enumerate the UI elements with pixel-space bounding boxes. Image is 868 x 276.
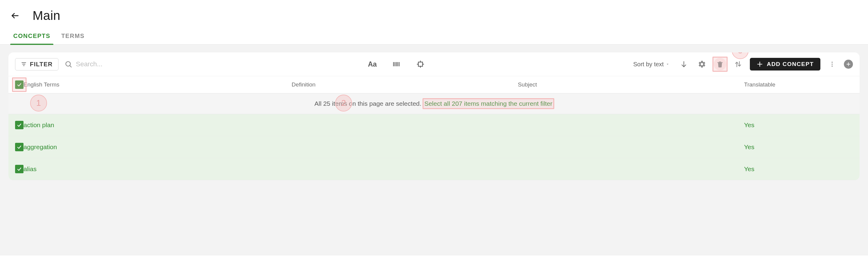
row-translatable: Yes [744,144,860,151]
quick-add-button[interactable] [844,60,853,69]
back-button[interactable] [8,9,22,22]
settings-button[interactable] [695,58,708,70]
more-button[interactable] [826,58,838,70]
svg-point-24 [832,66,833,67]
reorder-button[interactable] [732,58,744,70]
search-icon [64,58,72,70]
expand-icon[interactable] [414,58,427,70]
annotation-step-1: 1 [30,95,47,112]
sort-direction-icon[interactable] [678,58,690,70]
row-checkbox[interactable] [15,143,24,151]
filter-icon [21,61,27,67]
tab-concepts[interactable]: CONCEPTS [13,30,50,44]
search-input[interactable] [75,60,142,68]
barcode-icon[interactable] [390,58,403,70]
row-term[interactable]: action plan [24,121,292,129]
svg-line-5 [70,66,71,67]
filter-button[interactable]: FILTER [15,58,59,70]
add-concept-label: ADD CONCEPT [767,61,814,67]
row-term[interactable]: alias [24,165,292,173]
plus-icon [846,61,851,67]
gear-icon [698,60,706,68]
svg-point-23 [832,64,833,65]
filter-label: FILTER [30,61,53,68]
sort-dropdown[interactable]: Sort by text [633,61,670,68]
add-concept-button[interactable]: ADD CONCEPT [750,58,820,70]
column-subject[interactable]: Subject [518,81,744,88]
row-translatable: Yes [744,165,860,173]
select-all-filter-link[interactable]: Select all 207 items matching the curren… [423,100,554,107]
swap-vertical-icon [734,60,742,68]
row-translatable: Yes [744,121,860,129]
tabs-bar: CONCEPTS TERMS [0,25,868,44]
select-all-checkbox[interactable] [15,81,24,89]
delete-button[interactable] [714,58,726,70]
svg-rect-17 [717,62,722,63]
page-title: Main [33,8,60,23]
svg-rect-11 [418,62,423,66]
trash-icon [716,60,724,68]
selection-page-text: All 25 items on this page are selected. [314,100,421,107]
table-row[interactable]: alias Yes [8,158,860,180]
svg-point-22 [832,62,833,63]
tab-terms[interactable]: TERMS [61,30,85,44]
case-icon[interactable]: Aa [366,58,378,70]
table-row[interactable]: aggregation Yes [8,136,860,158]
row-term[interactable]: aggregation [24,144,292,151]
row-checkbox[interactable] [15,121,24,129]
table-row[interactable]: action plan Yes [8,114,860,136]
plus-icon [756,61,763,67]
row-checkbox[interactable] [15,165,24,173]
column-definition[interactable]: Definition [292,81,518,88]
column-english-terms[interactable]: English Terms [24,81,292,88]
dots-vertical-icon [829,61,835,67]
sort-label: Sort by text [633,61,664,68]
column-translatable[interactable]: Translatable [744,81,860,88]
caret-down-icon [665,62,670,66]
